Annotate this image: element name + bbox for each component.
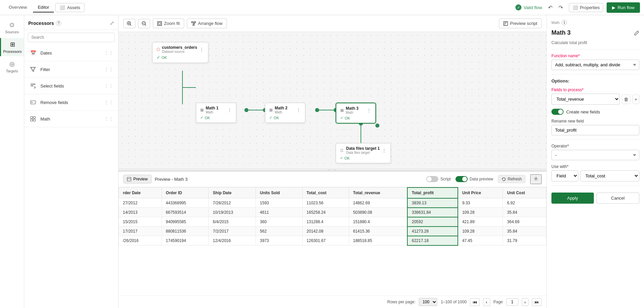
- preview-header: Preview Preview - Math 3 Script Data pre…: [118, 172, 546, 187]
- zoom-fit-button[interactable]: Zoom fit: [153, 19, 184, 28]
- redo-button[interactable]: ↷: [556, 3, 566, 12]
- zoom-out-button[interactable]: [138, 19, 150, 28]
- function-name-select[interactable]: Add, subtract, multiply, and divide: [551, 60, 639, 70]
- nav-assets[interactable]: ⬜ Assets: [55, 3, 84, 12]
- col-header-unit-cost[interactable]: Unit Cost: [503, 187, 546, 198]
- math3-icon: ⊞: [340, 108, 344, 113]
- processor-item-filter[interactable]: Filter ⋮⋮: [24, 61, 118, 78]
- node-math1[interactable]: ⊞ Math 1 Math ⋮ ✓ OK: [196, 103, 236, 123]
- last-page-button[interactable]: ⏭: [532, 298, 542, 306]
- divider-4: [551, 185, 639, 186]
- first-page-button[interactable]: ⏮: [470, 298, 480, 306]
- zoom-fit-icon: [157, 21, 162, 26]
- dates-icon: 📅: [29, 49, 37, 57]
- undo-button[interactable]: ↶: [545, 3, 555, 12]
- node-menu-math1[interactable]: ⋮: [227, 107, 232, 113]
- table-row: 15/20159409955856/4/2015360131288.415188…: [119, 217, 546, 227]
- run-flow-button[interactable]: ▶ Run flow: [607, 2, 640, 13]
- node-menu-math3[interactable]: ⋮: [367, 108, 371, 113]
- prev-page-button[interactable]: ‹: [483, 298, 490, 306]
- processor-item-select-fields[interactable]: Select fields ⋮⋮: [24, 78, 118, 94]
- node-math3[interactable]: ⊞ Math 3 Math ⋮ ✓ OK: [336, 103, 376, 124]
- col-header-order-id[interactable]: Order ID: [162, 187, 209, 198]
- use-with-type-select[interactable]: Field Value: [551, 170, 578, 181]
- data-preview-toggle[interactable]: [455, 176, 468, 182]
- col-header-ship-date[interactable]: Ship Date: [209, 187, 256, 198]
- rows-per-page-select[interactable]: 100 50 25: [419, 298, 437, 306]
- col-header-total-revenue[interactable]: Total_revenue: [349, 187, 407, 198]
- sidebar-item-sources[interactable]: ⊙ Sources: [0, 19, 24, 37]
- options-section: Options:: [551, 78, 639, 83]
- node-customers-orders[interactable]: ⬡ customers_orders Dataset source ⋮ ✓ OK: [152, 42, 208, 63]
- processor-item-math[interactable]: Math ⋮⋮: [24, 111, 118, 127]
- arrange-flow-button[interactable]: Arrange flow: [187, 19, 227, 28]
- table-cell: 421.89: [458, 217, 503, 227]
- node-math2[interactable]: ⊞ Math 2 Math ⋮ ✓ OK: [265, 103, 305, 123]
- nav-tab-overview[interactable]: Overview: [4, 3, 32, 12]
- processor-search-input[interactable]: [28, 33, 115, 42]
- processor-item-remove-fields[interactable]: Remove fields ⋮⋮: [24, 94, 118, 111]
- create-new-fields-row: Create new fields: [551, 109, 639, 115]
- rename-new-field: Rename new field: [551, 119, 639, 135]
- svg-rect-7: [33, 119, 35, 121]
- filter-drag-handle[interactable]: ⋮⋮: [104, 67, 113, 72]
- col-header-order-date[interactable]: rder Date: [119, 187, 162, 198]
- apply-button[interactable]: Apply: [551, 193, 594, 204]
- processors-title: Processors ?: [28, 21, 61, 26]
- col-header-total-profit[interactable]: Total_profit: [407, 187, 458, 198]
- refresh-button[interactable]: Refresh: [498, 175, 526, 183]
- operator-select[interactable]: - + * /: [551, 150, 639, 160]
- math-drag-handle[interactable]: ⋮⋮: [104, 116, 113, 122]
- next-page-button[interactable]: ›: [522, 298, 529, 306]
- preview-script-button[interactable]: Preview script: [499, 19, 542, 28]
- math-info-icon[interactable]: ℹ: [562, 20, 567, 25]
- node-data-files-target[interactable]: 🗋 Data files target 1 Data files target …: [336, 143, 391, 163]
- table-cell: 165258.24: [302, 208, 349, 217]
- svg-point-39: [535, 178, 537, 179]
- rename-new-field-input[interactable]: [551, 125, 639, 135]
- script-toggle[interactable]: [426, 176, 438, 182]
- zoom-in-button[interactable]: [123, 19, 135, 28]
- page-number-input[interactable]: [506, 298, 518, 306]
- table-cell: 12/4/2016: [209, 236, 256, 245]
- table-cell: 61415.36: [349, 227, 407, 236]
- properties-button[interactable]: ⬜ Properties: [569, 3, 603, 12]
- processor-item-dates[interactable]: 📅 Dates ⋮⋮: [24, 45, 118, 61]
- processors-info-icon[interactable]: ?: [56, 21, 61, 26]
- use-with-value-select[interactable]: Total_cost: [580, 170, 639, 181]
- col-header-unit-price[interactable]: Unit Price: [458, 187, 503, 198]
- table-cell: 17/2017: [119, 227, 162, 236]
- sidebar-item-processors[interactable]: ⊞ Processors: [0, 38, 24, 56]
- node-menu-target[interactable]: ⋮: [382, 148, 386, 153]
- col-header-total-cost[interactable]: Total_cost: [302, 187, 349, 198]
- top-nav: Overview Editor ⬜ Assets ✓ Valid flow ↶ …: [0, 0, 644, 15]
- preview-tab-button[interactable]: Preview: [123, 175, 151, 183]
- svg-rect-19: [193, 24, 194, 26]
- create-new-fields-toggle[interactable]: [551, 109, 564, 115]
- select-fields-drag-handle[interactable]: ⋮⋮: [104, 83, 113, 89]
- edit-icon[interactable]: [634, 30, 639, 36]
- sources-icon: ⊙: [9, 21, 14, 29]
- col-header-units-sold[interactable]: Units Sold: [256, 187, 303, 198]
- arrange-flow-icon: [191, 21, 196, 26]
- svg-rect-0: [31, 84, 35, 84]
- data-table-container[interactable]: rder Date Order ID Ship Date Units Sold …: [118, 187, 546, 296]
- nav-tab-editor[interactable]: Editor: [33, 3, 54, 12]
- remove-fields-drag-handle[interactable]: ⋮⋮: [104, 100, 113, 105]
- sidebar-item-targets[interactable]: ◎ Targets: [0, 58, 24, 76]
- table-cell: 35.84: [503, 227, 546, 236]
- svg-rect-15: [158, 22, 162, 26]
- collapse-panel-button[interactable]: ⤢: [110, 20, 114, 26]
- node-menu-customers[interactable]: ⋮: [199, 47, 204, 52]
- node-menu-math2[interactable]: ⋮: [296, 107, 301, 113]
- fields-to-process-select[interactable]: Total_revenue: [551, 94, 620, 105]
- canvas-content[interactable]: ⬡ customers_orders Dataset source ⋮ ✓ OK…: [118, 32, 546, 169]
- math-icon: [29, 115, 37, 123]
- svg-point-30: [244, 108, 248, 112]
- add-field-button[interactable]: +: [633, 95, 639, 104]
- delete-field-button[interactable]: 🗑: [622, 95, 631, 104]
- preview-settings-button[interactable]: [530, 174, 542, 184]
- processors-panel: Processors ? ⤢ 📅 Dates ⋮⋮ Filter ⋮⋮: [24, 15, 118, 308]
- dates-drag-handle[interactable]: ⋮⋮: [104, 50, 113, 56]
- cancel-button[interactable]: Cancel: [597, 193, 640, 204]
